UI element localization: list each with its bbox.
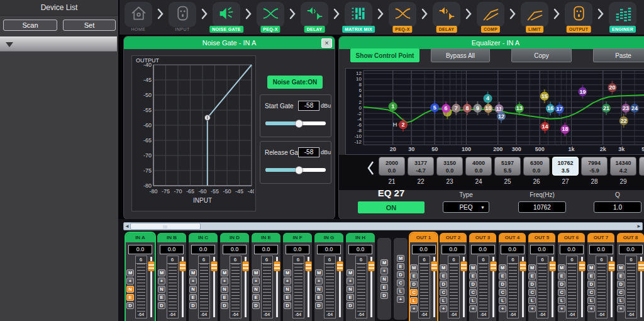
band-cell-28[interactable]: 7994-5.928: [581, 157, 608, 185]
gain-display[interactable]: 0.0: [530, 245, 554, 254]
eq-point-20[interactable]: 20: [608, 81, 616, 94]
strip-button-c[interactable]: C: [410, 289, 418, 296]
equalizer-response-graph[interactable]: 121086420-2-4-6-8-10-1220305010020030050…: [345, 68, 644, 155]
device-list-expander[interactable]: [0, 37, 117, 52]
fader-track[interactable]: [519, 256, 526, 318]
strip-button-e[interactable]: E: [158, 294, 165, 301]
band-cell-box[interactable]: 3177-4.7: [408, 157, 434, 176]
strip-button-l[interactable]: L: [617, 297, 625, 304]
strip-button-d[interactable]: D: [410, 281, 418, 288]
strip-button-e[interactable]: E: [380, 284, 388, 291]
band-cell-box[interactable]: 107623.5: [552, 157, 579, 176]
strip-button-plus[interactable]: +: [189, 278, 197, 284]
band-cell-box[interactable]: 51975.5: [494, 157, 521, 176]
strip-button-d[interactable]: D: [221, 302, 228, 309]
fader-handle[interactable]: [549, 261, 556, 271]
band-cell-box[interactable]: 143404.2: [610, 157, 636, 176]
channel-strip-out-3[interactable]: OUT 30.0MEDCL+6-64: [469, 233, 496, 321]
fader-track[interactable]: [148, 256, 155, 318]
gain-display[interactable]: 0.0: [191, 245, 215, 254]
channel-strip-out-7[interactable]: OUT 70.0MEDCL+6-64: [587, 233, 614, 321]
close-icon[interactable]: ×: [321, 38, 332, 48]
channel-strip-out-2[interactable]: OUT 20.0MEDCL+6-64: [440, 233, 467, 321]
strip-button-d[interactable]: D: [252, 302, 260, 309]
fader-track[interactable]: [579, 256, 585, 318]
band-cell-27[interactable]: 107623.527: [552, 157, 579, 185]
strip-button-m[interactable]: M: [126, 269, 134, 276]
mixer-scrollbar[interactable]: ◄ ||| ►: [123, 222, 643, 230]
strip-button-plus[interactable]: +: [252, 278, 260, 284]
show-control-point-button[interactable]: Show Control Point: [350, 48, 419, 62]
toolbar-item-input[interactable]: INPUT: [169, 0, 196, 35]
fader-track[interactable]: [490, 256, 496, 318]
strip-button-plus[interactable]: +: [315, 278, 323, 284]
strip-button-c[interactable]: C: [499, 289, 506, 296]
strip-button-e[interactable]: E: [528, 273, 536, 279]
strip-button-m[interactable]: M: [469, 264, 477, 271]
band-cell-21[interactable]: 20000.021: [379, 157, 405, 185]
channel-strip-in-h[interactable]: IN H0.0M+NED6-64: [346, 233, 375, 321]
bypass-all-button[interactable]: Bypass All: [431, 48, 490, 62]
strip-button-m[interactable]: M: [587, 264, 595, 271]
band-cell-box[interactable]: 20000.0: [379, 157, 405, 176]
gain-display[interactable]: 0.0: [223, 245, 247, 254]
channel-strip-in-f[interactable]: IN F0.0M+NED6-64: [283, 233, 312, 321]
strip-button-d[interactable]: D: [469, 281, 477, 288]
eq-point-22[interactable]: 22: [619, 114, 628, 128]
strip-button-d[interactable]: D: [528, 281, 536, 288]
strip-button-d[interactable]: D: [397, 271, 404, 278]
fader-track[interactable]: [431, 256, 437, 318]
fader-handle[interactable]: [519, 261, 526, 271]
scroll-right-icon[interactable]: ►: [636, 223, 641, 230]
strip-button-plus[interactable]: +: [284, 278, 291, 284]
gain-display[interactable]: 0.0: [501, 245, 525, 254]
gain-display[interactable]: 0.0: [441, 245, 465, 254]
strip-button-plus[interactable]: +: [469, 305, 477, 312]
strip-button-m[interactable]: M: [528, 264, 536, 271]
toolbar-item-delay[interactable]: DELAY: [301, 0, 328, 35]
strip-button-l[interactable]: L: [587, 297, 595, 304]
q-input[interactable]: 1.0: [594, 201, 641, 213]
strip-button-e[interactable]: E: [397, 263, 404, 270]
strip-button-c[interactable]: C: [558, 289, 565, 296]
strip-button-n[interactable]: N: [347, 286, 354, 293]
slider-thumb[interactable]: [295, 166, 303, 174]
band-cell-box[interactable]: 7994-5.9: [581, 157, 608, 176]
gain-display[interactable]: 0.0: [412, 245, 436, 254]
band-cell-23[interactable]: 31500.023: [436, 157, 463, 185]
strip-button-n[interactable]: N: [126, 286, 134, 293]
fader-track[interactable]: [179, 256, 186, 318]
strip-button-d[interactable]: D: [380, 292, 388, 299]
fader-track[interactable]: [460, 256, 467, 318]
gain-display[interactable]: 0.0: [317, 245, 341, 254]
channel-strip-in-d[interactable]: IN D0.0M+NED6-64: [220, 233, 249, 321]
fader-handle[interactable]: [211, 261, 218, 271]
strip-button-plus[interactable]: +: [528, 305, 536, 312]
fader-track[interactable]: [608, 256, 614, 318]
gain-display[interactable]: 0.0: [619, 245, 643, 254]
noise-gate-on-button[interactable]: Noise Gate:ON: [267, 76, 323, 89]
util-strip[interactable]: MEDCL+: [394, 238, 408, 320]
band-cell-22[interactable]: 3177-4.722: [408, 157, 434, 185]
strip-button-m[interactable]: M: [158, 269, 165, 276]
strip-button-n[interactable]: N: [189, 286, 197, 293]
fader-track[interactable]: [336, 256, 343, 318]
strip-button-d[interactable]: D: [587, 281, 595, 288]
strip-button-c[interactable]: C: [617, 289, 625, 296]
strip-button-e[interactable]: E: [315, 294, 323, 301]
toolbar-item-comp[interactable]: COMP: [477, 0, 504, 35]
fader-handle[interactable]: [179, 261, 186, 271]
strip-button-e[interactable]: E: [558, 273, 565, 279]
strip-button-e[interactable]: E: [469, 273, 477, 279]
strip-button-d[interactable]: D: [440, 281, 447, 288]
strip-button-m[interactable]: M: [315, 269, 323, 276]
strip-button-l[interactable]: L: [558, 297, 565, 304]
channel-strip-in-g[interactable]: IN G0.0M+NED6-64: [314, 233, 343, 321]
strip-button-plus[interactable]: +: [158, 278, 165, 284]
noise-gate-panel-titlebar[interactable]: Noise Gate - IN A ×: [124, 37, 335, 49]
channel-strip-out-8[interactable]: OUT 80.0MEDCL+6-64: [617, 233, 644, 321]
scan-button[interactable]: Scan: [3, 20, 57, 31]
strip-button-m[interactable]: M: [440, 264, 447, 271]
strip-button-plus[interactable]: +: [440, 305, 447, 312]
band-cell-box[interactable]: 40000.0: [465, 157, 492, 176]
